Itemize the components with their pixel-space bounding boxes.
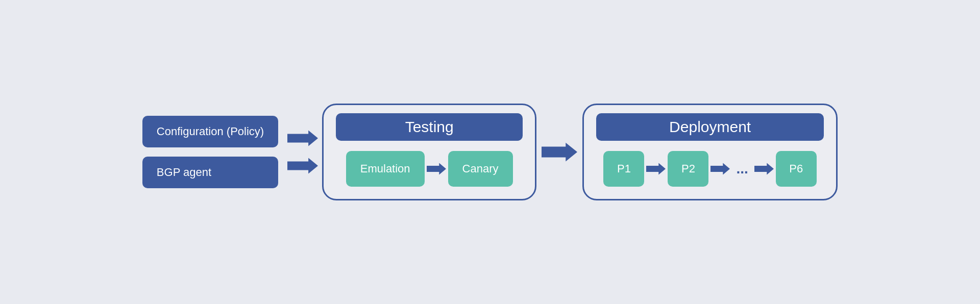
p1-box: P1 [603, 151, 644, 187]
svg-marker-5 [710, 163, 730, 175]
svg-marker-0 [287, 131, 318, 146]
svg-marker-2 [427, 163, 446, 175]
testing-header: Testing [336, 113, 523, 141]
svg-marker-4 [646, 163, 666, 175]
arrow-testing-deployment-icon [542, 141, 577, 163]
p6-box: P6 [776, 151, 817, 187]
arrow-2-icon [287, 157, 318, 175]
diagram: Configuration (Policy) BGP agent Testing… [142, 104, 838, 200]
arrow-ellipsis-p6-icon [754, 161, 774, 176]
ellipsis: ... [736, 161, 748, 177]
arrows-to-testing [287, 129, 318, 175]
svg-marker-1 [287, 158, 318, 174]
svg-marker-6 [754, 163, 774, 175]
testing-container: Testing Emulation Canary [322, 104, 536, 200]
arrow-p2-ellipsis-icon [710, 161, 730, 176]
emulation-box: Emulation [346, 151, 425, 187]
deployment-content: P1 P2 ... P6 [603, 151, 816, 187]
p2-box: P2 [668, 151, 708, 187]
arrow-emulation-canary-icon [427, 161, 446, 176]
deployment-container: Deployment P1 P2 ... P6 [582, 104, 838, 200]
deployment-header: Deployment [596, 113, 824, 141]
arrow-1-icon [287, 129, 318, 147]
arrow-p1-p2-icon [646, 161, 666, 176]
canary-box: Canary [448, 151, 513, 187]
bgp-agent-box: BGP agent [142, 157, 278, 188]
config-policy-box: Configuration (Policy) [142, 116, 278, 147]
svg-marker-3 [542, 143, 577, 162]
inputs-column: Configuration (Policy) BGP agent [142, 116, 278, 188]
testing-content: Emulation Canary [346, 151, 513, 187]
